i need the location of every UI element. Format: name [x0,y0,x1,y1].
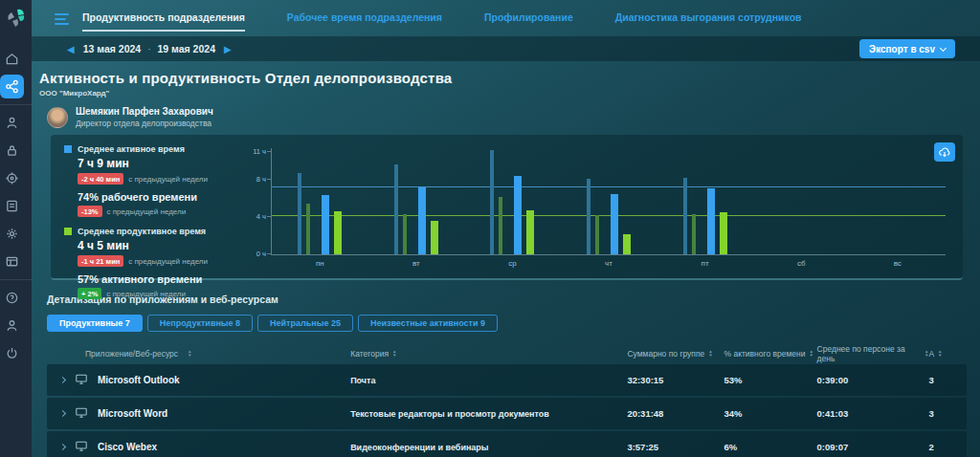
date-toolbar: ◀ 13 мая 2024 · 19 мая 2024 ▶ Экспорт в … [32,36,980,61]
cell-a: 3 [928,375,967,385]
filter-pill-2[interactable]: Непродуктивные 8 [147,315,253,332]
cloud-download-icon [938,146,951,159]
column-header-1[interactable]: Приложение/Веб-ресурс▲▼ [47,349,350,359]
bar[interactable] [514,176,522,254]
power-icon [5,346,19,360]
cell-category: Текстовые редакторы и просмотр документо… [350,409,627,419]
sidebar-item-target-icon[interactable] [0,166,24,190]
bar[interactable] [587,179,590,254]
sidebar-item-lock-icon[interactable] [0,139,24,163]
column-header-6[interactable]: А▲▼ [928,349,967,359]
expand-chevron-icon[interactable] [59,444,66,450]
bar-group-ср: ср [464,148,561,254]
tab-bar: Продуктивность подразделенияРабочее врем… [55,0,967,36]
bar[interactable] [499,197,502,254]
sort-icon[interactable]: ▲▼ [188,350,191,358]
active-avg-value: 7 ч 9 мин [78,157,238,170]
sidebar-item-user-icon[interactable] [0,314,24,337]
bar[interactable] [490,150,494,254]
network-monitoring-icon [5,79,19,94]
bar[interactable] [526,210,534,254]
app-name: Cisco Webex [98,442,157,452]
sidebar-divider [0,104,32,105]
bar[interactable] [306,204,310,254]
column-header-5[interactable]: Среднее по персоне за день▲▼ [817,344,929,363]
sidebar-item-network-monitoring-icon[interactable] [0,75,24,98]
cell-category: Почта [350,376,627,385]
bar-group-вс: вс [849,148,946,254]
bar[interactable] [683,178,687,254]
activity-chart-panel: Среднее активное время 7 ч 9 мин -2 ч 40… [51,135,963,280]
tab-4[interactable]: Диагностика выгорания сотрудников [615,11,802,32]
filter-pill-3[interactable]: Нейтральные 25 [257,315,353,332]
sidebar-item-power-icon[interactable] [0,341,24,365]
bar[interactable] [334,211,342,254]
bar[interactable] [418,187,426,254]
column-header-3[interactable]: Суммарно по группе▲▼ [627,349,724,359]
table-header: Приложение/Веб-ресурс▲▼Категория▲▼Суммар… [47,343,967,364]
filter-pill-1[interactable]: Продуктивные 7 [47,315,143,332]
target-icon [5,171,19,185]
cell-a: 3 [928,408,967,419]
cell-category: Видеоконференции и вебинары [350,443,627,452]
bar[interactable] [403,214,407,254]
column-header-2[interactable]: Категория▲▼ [350,349,627,359]
date-from[interactable]: 13 мая 2024 [83,43,141,54]
monitor-icon [75,439,88,456]
productive-delta-badge: -1 ч 21 мин [78,255,123,267]
sidebar-item-employee-search-icon[interactable] [0,111,24,135]
bar[interactable] [431,221,438,254]
bar[interactable] [720,212,727,254]
bar[interactable] [394,164,398,254]
y-axis-tick: 4 ч [239,212,266,221]
productive-percent: 57% активного времени [78,273,238,285]
bar[interactable] [692,214,696,254]
expand-chevron-icon[interactable] [59,377,66,383]
productive-series-swatch [64,228,72,235]
cell-avg_per_person: 0:39:00 [817,375,929,385]
sidebar-item-help-icon[interactable] [0,286,24,310]
productive-avg-value: 4 ч 5 мин [78,239,238,252]
table-icon [5,254,19,269]
sidebar [0,0,32,457]
bar-group-сб: сб [753,148,850,254]
sidebar-item-document-icon[interactable] [0,194,24,218]
bar[interactable] [707,188,715,254]
table-row[interactable]: Microsoft WordТекстовые редакторы и прос… [47,398,967,429]
download-chart-button[interactable] [934,142,955,162]
next-period-arrow-icon[interactable]: ▶ [224,44,232,54]
category-filter-pills: Продуктивные 7Непродуктивные 8Нейтральны… [47,315,967,332]
prev-period-arrow-icon[interactable]: ◀ [67,44,75,54]
sidebar-item-settings-gear-icon[interactable] [0,222,24,246]
sort-icon[interactable]: ▲▼ [392,350,396,358]
active-delta-badge: -2 ч 40 мин [78,173,123,185]
expand-chevron-icon[interactable] [59,410,66,417]
sort-icon[interactable]: ▲▼ [810,350,813,358]
bar[interactable] [595,215,599,254]
settings-gear-icon [5,227,19,241]
sort-icon[interactable]: ▲▼ [708,350,712,358]
sidebar-item-table-icon[interactable] [0,250,24,273]
bar[interactable] [322,195,329,254]
table-row[interactable]: Microsoft OutlookПочта32:30:1553%0:39:00… [47,364,967,396]
date-to[interactable]: 19 мая 2024 [158,43,215,54]
sidebar-item-home-icon[interactable] [0,47,24,71]
tab-3[interactable]: Профилирование [484,11,573,32]
sidebar-toggle-icon[interactable] [55,13,69,25]
tab-2[interactable]: Рабочее время подразделения [287,11,442,32]
date-separator: · [147,44,150,54]
company-name: ООО "МикроХард" [39,89,967,98]
bar[interactable] [298,173,301,254]
column-header-4[interactable]: % активного времени▲▼ [724,349,816,359]
tab-1[interactable]: Продуктивность подразделения [82,11,245,32]
table-row[interactable]: Cisco WebexВидеоконференции и вебинары3:… [47,431,967,457]
y-axis-tick: 11 ч [239,147,266,156]
page-title: Активность и продуктивность Отдел делопр… [39,70,967,86]
bar[interactable] [623,234,631,254]
bar[interactable] [611,194,618,254]
y-axis-tick: 0 ч [239,250,266,258]
export-csv-button[interactable]: Экспорт в csv [859,39,955,58]
sort-icon[interactable]: ▲▼ [938,350,942,358]
filter-pill-4[interactable]: Неизвестные активности 9 [358,315,498,332]
document-icon [5,199,19,213]
